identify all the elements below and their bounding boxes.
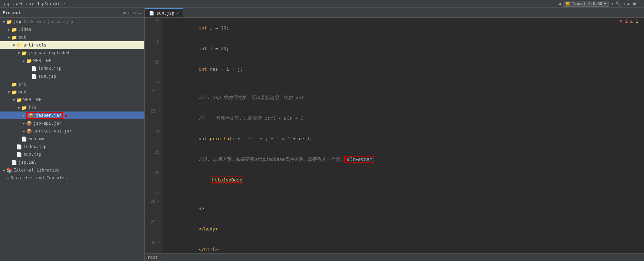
code-line-26: 26 HttpJspBase (145, 170, 644, 190)
tab-sum-jsp[interactable]: 📄 sum.jsp ✕ (145, 8, 183, 17)
code-line-29: 29 ◇ </body> (145, 219, 644, 239)
code-line-18: 18 int i = 10; (145, 18, 644, 38)
gutter-20: 20 (145, 59, 162, 80)
run-icon[interactable]: ▶ (628, 1, 630, 6)
tree-item-webinf-1[interactable]: ▶ 📁 WEB-INF (0, 57, 144, 65)
expand-arrow-lib: ▼ (16, 106, 21, 110)
code-text-30: </html> (162, 239, 221, 253)
tomcat-icon: 🐱 (565, 1, 570, 6)
more-icon[interactable]: ⋯ (639, 1, 641, 6)
code-line-23: 23 ◇ // 老韩小技巧：先死后活 ctrl + alt + l (145, 108, 644, 129)
collapse-all-icon[interactable]: ⊟ (128, 10, 131, 16)
folder-icon-lib: 📁 (21, 105, 27, 110)
ext-lib-icon: 📚 (6, 168, 12, 173)
tree-item-scratches[interactable]: ▶ ✏️ Scratches and Consoles (0, 174, 144, 182)
folder-icon-artifacts: 📁 (16, 43, 22, 48)
code-editor[interactable]: ⊗ 2 ⚠ 1 18 int i = 10; 19 (145, 18, 644, 253)
breadcrumb-class: <> JspScriptlet (29, 1, 67, 6)
fold-icon-22[interactable]: ◇ (158, 88, 160, 92)
code-text-24: out.println(i + " + " + j + " = " + res)… (162, 129, 315, 149)
tree-item-jsp-api[interactable]: ▶ 📦 jsp-api.jar (0, 119, 144, 127)
expand-arrow-web: ▼ (6, 90, 11, 94)
tab-close-button[interactable]: ✕ (177, 11, 179, 16)
gutter-23: 23 ◇ (145, 108, 162, 129)
tree-item-webinf-2[interactable]: ▼ 📁 WEB-INF (0, 96, 144, 104)
code-text-21 (162, 80, 171, 87)
folder-icon-idea: 📁 (11, 27, 17, 32)
jar-icon-servletapi: 📦 (26, 129, 32, 134)
tab-bar: 📄 sum.jsp ✕ (145, 8, 644, 18)
tree-item-index-jsp-2[interactable]: ▶ 📄 index.jsp (0, 143, 144, 151)
tree-item-webxml[interactable]: ▶ 📄 web.xml (0, 135, 144, 143)
folder-icon-webinf1: 📁 (26, 58, 32, 64)
gutter-30: 30 ◇ (145, 239, 162, 253)
tree-item-web[interactable]: ▼ 📁 web (0, 88, 144, 96)
jar-icon-jspapi: 📦 (26, 121, 32, 126)
tree-item-servlet-api[interactable]: ▶ 📦 servlet-api.jar (0, 127, 144, 135)
code-line-24: 24 out.println(i + " + " + j + " = " + r… (145, 129, 644, 149)
sidebar-title: Project (3, 10, 21, 15)
sidebar-toolbar[interactable]: ⊕ ⊟ ⚙ — (123, 10, 141, 16)
jasper-red-arrow: ◄ (64, 113, 67, 118)
nav-back-icon[interactable]: ◀ (558, 1, 561, 6)
scratches-icon: ✏️ (6, 175, 9, 181)
xml-icon-webxml: 📄 (21, 136, 27, 142)
expand-arrow-webinf2: ▼ (11, 98, 16, 102)
tree-item-ext-lib[interactable]: ▶ 📚 External Libraries (0, 166, 144, 174)
tree-item-jsp[interactable]: ▼ 📁 jsp D:\hspedu_javaweb\jsp (0, 18, 144, 26)
breadcrumb-web: web (16, 1, 24, 6)
gutter-28: 28 ◇ (145, 198, 162, 219)
tree-item-sum-jsp-1[interactable]: ▶ 📄 sum.jsp (0, 72, 144, 80)
jar-icon-jasper: 📦 (28, 113, 34, 118)
fold-icon-28[interactable]: ◇ (158, 199, 160, 202)
fold-icon-30[interactable]: ◇ (158, 240, 160, 244)
code-text-19: int j = 20; (162, 38, 232, 59)
code-text-22: //2. jsp 中内置对象，可以直接使用，比如 out (162, 87, 307, 108)
fold-icon-23[interactable]: ◇ (158, 109, 160, 112)
tab-label: sum.jsp (156, 11, 174, 16)
file-tree: ▼ 📁 jsp D:\hspedu_javaweb\jsp ▶ 📁 .idea … (0, 18, 144, 261)
tree-item-lib[interactable]: ▼ 📁 lib (0, 104, 144, 112)
stop-icon[interactable]: ⏹ (632, 1, 637, 6)
code-text-20: int res = i + j; (162, 59, 246, 80)
expand-arrow-artifacts: ▼ (11, 43, 16, 47)
tree-item-war-exploded[interactable]: ▼ 📁 jsp_war_exploded (0, 49, 144, 57)
minimize-icon[interactable]: — (139, 10, 141, 16)
expand-arrow-jspapi: ▶ (21, 121, 26, 125)
tree-item-idea[interactable]: ▶ 📁 .idea (0, 26, 144, 33)
tree-item-src[interactable]: ▶ 📁 src (0, 80, 144, 88)
tree-item-jspiml[interactable]: ▶ 📄 jsp.iml (0, 158, 144, 166)
code-text-27 (162, 190, 171, 198)
sidebar-header: Project ⊕ ⊟ ⚙ — (0, 8, 144, 18)
deploy-icon[interactable]: ⬆ (623, 1, 625, 6)
error-count: ⊗ 2 (620, 18, 628, 24)
tomcat-label: Tomcat 8.0.50 (572, 1, 602, 6)
code-content: 18 int i = 10; 19 int j = 20; (145, 18, 644, 253)
code-text-18: int i = 10; (162, 18, 232, 38)
jsp-icon-sum2: 📄 (16, 152, 22, 157)
folder-icon-war: 📁 (21, 50, 27, 56)
refresh-icon[interactable]: ↺ (611, 1, 613, 6)
jsp-icon-2: 📄 (31, 74, 37, 79)
code-line-19: 19 int j = 20; (145, 38, 644, 59)
expand-arrow-idea: ▶ (6, 28, 11, 32)
tomcat-dropdown[interactable]: 🐱 Tomcat 8.0.50 ▼ (563, 1, 609, 7)
fold-icon-29[interactable]: ◇ (158, 219, 160, 223)
build-icon[interactable]: 🔨 (615, 1, 621, 6)
chevron-down-icon: ▼ (604, 1, 606, 6)
expand-arrow-webinf1: ▶ (21, 59, 26, 63)
status-bar: root › (145, 253, 644, 261)
jasper-red-box: 📦 jasper.jar (26, 112, 63, 119)
settings-icon[interactable]: ⚙ (133, 10, 136, 16)
gutter-18: 18 (145, 18, 162, 38)
src-icon: 📁 (11, 82, 17, 87)
locate-icon[interactable]: ⊕ (123, 10, 126, 16)
code-text-23: // 老韩小技巧：先死后活 ctrl + alt + l (162, 108, 306, 129)
title-bar: jsp › web › <> JspScriptlet ◀ 🐱 Tomcat 8… (0, 0, 644, 8)
folder-icon-out: 📁 (11, 35, 17, 40)
tree-item-out[interactable]: ▼ 📁 out (0, 33, 144, 41)
tree-item-artifacts[interactable]: ▼ 📁 artifacts (0, 41, 144, 49)
tree-item-jasper[interactable]: ▶ 📦 jasper.jar ◄ (0, 112, 144, 119)
tree-item-index-jsp-1[interactable]: ▶ 📄 index.jsp (0, 65, 144, 72)
tree-item-sum-jsp-2[interactable]: ▶ 📄 sum.jsp (0, 151, 144, 158)
